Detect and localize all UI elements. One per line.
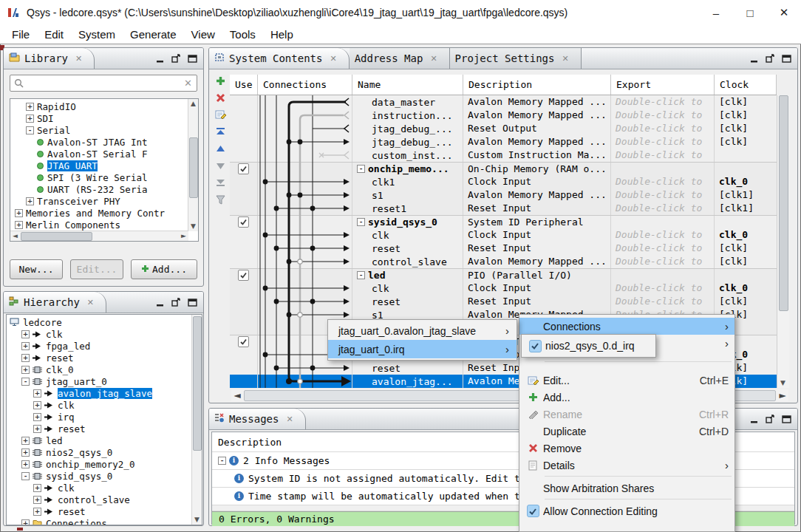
minimize-button[interactable]: – xyxy=(699,0,733,25)
hierarchy-tree-item[interactable]: + Connections xyxy=(7,517,192,525)
collapse-icon[interactable]: - xyxy=(357,218,365,226)
menu-item-rename[interactable]: Rename Ctrl+R xyxy=(519,406,734,423)
hierarchy-tree-item[interactable]: + clk xyxy=(7,482,192,494)
tab-system-contents[interactable]: System Contents ✕ xyxy=(209,48,350,69)
menu-item-add-[interactable]: Add... xyxy=(519,389,734,406)
library-tree-item[interactable]: +RapidIO xyxy=(10,100,188,112)
export-placeholder[interactable]: Double-click to xyxy=(611,136,702,147)
move-bottom-icon[interactable] xyxy=(214,175,228,190)
export-placeholder[interactable]: Double-click to xyxy=(611,242,702,253)
export-placeholder[interactable]: Double-click to xyxy=(611,189,702,200)
expand-icon[interactable]: + xyxy=(33,401,41,409)
expand-icon[interactable]: + xyxy=(21,354,30,362)
maximize-panel-icon[interactable] xyxy=(188,54,197,63)
menu-tools[interactable]: Tools xyxy=(222,25,263,44)
submenu-item-nios2-qsys-0-d-irq[interactable]: nios2_qsys_0.d_irq xyxy=(522,336,655,355)
close-tab-icon[interactable]: ✕ xyxy=(330,54,336,64)
clock-value[interactable]: clk_0 xyxy=(715,229,748,240)
expand-icon[interactable]: + xyxy=(33,425,41,433)
filter-icon[interactable] xyxy=(214,192,228,207)
clock-value[interactable]: [clk1] xyxy=(715,189,754,200)
menu-item-show-arbitration-shares[interactable]: Show Arbitration Shares xyxy=(519,480,734,497)
export-placeholder[interactable]: Double-click to xyxy=(611,149,702,160)
hierarchy-tree-item[interactable]: + fpga_led xyxy=(7,340,192,352)
expand-icon[interactable]: + xyxy=(33,389,41,398)
hierarchy-tree-item[interactable]: + nios2_qsys_0 xyxy=(7,446,192,458)
expand-icon[interactable]: + xyxy=(26,115,34,123)
library-tree-item[interactable]: +Memories and Memory Contr xyxy=(10,207,188,219)
library-tree-item[interactable]: UART (RS-232 Seria xyxy=(10,183,188,195)
close-button[interactable]: ✕ xyxy=(767,0,801,25)
clock-value[interactable]: [clk] xyxy=(715,256,748,267)
collapse-icon[interactable]: - xyxy=(26,126,34,134)
hierarchy-tab[interactable]: Hierarchy ✕ xyxy=(4,292,106,313)
minimize-panel-icon[interactable] xyxy=(749,54,759,63)
clock-value[interactable]: [clk] xyxy=(715,96,748,107)
column-header-use[interactable]: Use xyxy=(230,75,258,95)
export-placeholder[interactable]: Double-click to xyxy=(611,109,702,120)
menu-generate[interactable]: Generate xyxy=(123,25,184,44)
hierarchy-tree-item[interactable]: - sysid_qsys_0 xyxy=(7,470,192,482)
scroll-left-icon[interactable]: ◄ xyxy=(10,231,20,241)
move-up-icon[interactable] xyxy=(214,141,228,156)
expand-icon[interactable]: + xyxy=(21,460,30,468)
new-button[interactable]: New... xyxy=(10,259,63,279)
hierarchy-tree-item[interactable]: - jtag_uart_0 xyxy=(7,375,192,387)
export-placeholder[interactable]: Double-click to xyxy=(611,96,702,107)
scroll-left-icon[interactable]: ◄ xyxy=(231,389,243,401)
float-panel-icon[interactable] xyxy=(171,298,181,307)
library-tree-item[interactable]: +SDI xyxy=(10,112,188,124)
expand-icon[interactable]: + xyxy=(21,342,30,350)
scroll-down-icon[interactable]: ▼ xyxy=(192,515,202,525)
use-checkbox[interactable] xyxy=(238,336,249,347)
move-top-icon[interactable] xyxy=(214,124,228,139)
clock-value[interactable]: clk_0 xyxy=(715,282,748,293)
hierarchy-vertical-scrollbar[interactable]: ▼ xyxy=(191,315,202,525)
export-placeholder[interactable]: Double-click to xyxy=(611,202,702,214)
scroll-down-icon[interactable]: ▼ xyxy=(778,378,788,388)
menu-help[interactable]: Help xyxy=(263,25,301,44)
hierarchy-tree-item[interactable]: + clk xyxy=(7,399,192,411)
maximize-button[interactable]: □ xyxy=(733,0,767,25)
hierarchy-tree-item[interactable]: + led xyxy=(7,434,192,446)
menu-file[interactable]: File xyxy=(4,25,37,44)
menu-view[interactable]: View xyxy=(184,25,222,44)
use-checkbox[interactable] xyxy=(238,216,249,228)
menu-edit[interactable]: Edit xyxy=(37,25,71,44)
expand-icon[interactable]: + xyxy=(21,366,30,374)
menu-system[interactable]: System xyxy=(71,25,123,44)
hierarchy-tree-item[interactable]: + clk_0 xyxy=(7,364,192,375)
hierarchy-tree-item[interactable]: + irq xyxy=(7,411,192,423)
menu-item-allow-connection-editing[interactable]: Allow Connection Editing xyxy=(519,502,734,519)
expand-icon[interactable]: + xyxy=(26,197,34,205)
expand-icon[interactable]: + xyxy=(33,413,41,421)
hierarchy-tree-item[interactable]: + avalon_jtag_slave xyxy=(7,387,192,399)
edit-component-icon[interactable] xyxy=(214,107,228,122)
edit-button[interactable]: Edit... xyxy=(70,259,123,279)
clock-value[interactable]: [clk] xyxy=(715,123,748,134)
collapse-icon[interactable]: - xyxy=(21,472,30,480)
close-tab-icon[interactable]: ✕ xyxy=(430,54,437,64)
library-search-input[interactable]: ✕ xyxy=(10,75,197,92)
hierarchy-tree-item[interactable]: + clk xyxy=(7,328,192,340)
export-placeholder[interactable]: Double-click to xyxy=(611,123,702,134)
collapse-icon[interactable]: - xyxy=(357,271,365,279)
export-placeholder[interactable]: Double-click to xyxy=(611,229,702,240)
export-placeholder[interactable]: Double-click to xyxy=(611,282,702,293)
column-header-description[interactable]: Description xyxy=(463,75,611,95)
scroll-right-icon[interactable]: ► xyxy=(179,231,188,241)
library-tree-item[interactable]: Avalon-ST JTAG Int xyxy=(10,136,188,148)
clock-value[interactable]: [clk] xyxy=(715,242,748,253)
library-tree-item[interactable]: +Transceiver PHY xyxy=(10,195,188,207)
add-component-icon[interactable] xyxy=(214,73,228,88)
library-tree-item[interactable]: +Merlin Components xyxy=(10,219,188,231)
table-vertical-scrollbar[interactable]: ▼ xyxy=(777,95,789,388)
column-header-clock[interactable]: Clock xyxy=(715,75,777,95)
maximize-panel-icon[interactable] xyxy=(782,54,791,63)
export-placeholder[interactable]: Double-click to xyxy=(611,296,702,307)
clock-value[interactable]: [clk] xyxy=(715,136,748,147)
hierarchy-tree-item[interactable]: + reset xyxy=(7,505,192,517)
scroll-right-icon[interactable]: ► xyxy=(777,389,788,401)
library-vertical-scrollbar[interactable]: ▲ ▼ xyxy=(188,99,198,231)
remove-component-icon[interactable] xyxy=(214,90,228,105)
